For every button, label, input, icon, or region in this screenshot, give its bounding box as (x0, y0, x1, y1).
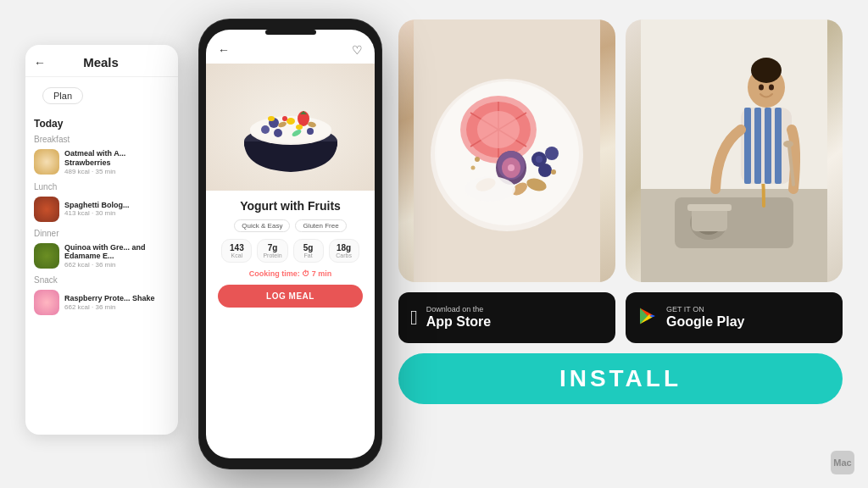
app-screen-background: ← Meals Plan Today Breakfast Oatmeal wit… (25, 45, 178, 435)
store-buttons-row:  Download on the App Store GET IT O (398, 292, 843, 343)
svg-point-6 (274, 129, 282, 137)
nutrition-kcal: 143 Kcal (221, 239, 252, 263)
breakfast-meta: 489 kcal · 35 min (64, 168, 170, 175)
svg-point-28 (508, 164, 515, 171)
snack-category: Snack (25, 272, 178, 286)
phone-heart-icon[interactable]: ♡ (352, 43, 363, 57)
mac-watermark: Mac (831, 451, 854, 474)
tag-gluten-free: Gluten Free (295, 219, 346, 232)
nutrition-protein: 7g Protein (257, 239, 287, 263)
today-label: Today (25, 114, 178, 131)
svg-point-49 (751, 58, 782, 83)
svg-rect-53 (765, 108, 771, 184)
svg-point-37 (475, 157, 480, 162)
right-section:  Download on the App Store GET IT O (398, 19, 843, 469)
log-meal-button[interactable]: LOG MEAL (218, 285, 363, 308)
nutrition-grid: 143 Kcal 7g Protein 5g Fat (218, 239, 363, 263)
svg-point-31 (538, 164, 552, 177)
main-phone: ← ♡ (199, 19, 381, 469)
snack-meta: 662 kcal · 36 min (64, 303, 170, 311)
breakfast-thumb (34, 149, 59, 175)
install-button[interactable]: INSTALL (398, 353, 843, 404)
cooking-time-value: ⏱ 7 min (302, 269, 331, 278)
snack-name: Raspberry Prote... Shake (64, 294, 170, 303)
bowl-illustration (236, 72, 346, 182)
svg-point-13 (282, 116, 287, 121)
lunch-item[interactable]: Spaghetti Bolog... 413 kcal · 30 min (25, 193, 178, 225)
svg-point-5 (261, 125, 270, 134)
nutrition-carbs: 18g Carbs (329, 239, 359, 263)
images-row (398, 19, 843, 282)
svg-point-58 (769, 85, 774, 91)
phone-screen: ← ♡ (206, 30, 375, 458)
phone-frame: ← ♡ (199, 19, 381, 469)
svg-point-38 (471, 166, 476, 170)
svg-point-39 (551, 169, 556, 175)
svg-point-15 (268, 116, 275, 121)
svg-rect-54 (775, 108, 782, 184)
app-store-sub: Download on the (426, 306, 491, 313)
apple-icon:  (410, 306, 418, 330)
breakfast-item[interactable]: Oatmeal with A... Strawberries 489 kcal … (25, 146, 178, 179)
breakfast-name: Oatmeal with A... Strawberries (64, 149, 170, 168)
recipe-tags: Quick & Easy Gluten Free (218, 219, 363, 232)
install-text: INSTALL (559, 365, 682, 391)
food-bowl-photo (398, 19, 615, 282)
phone-section: ← Meals Plan Today Breakfast Oatmeal wit… (25, 19, 381, 469)
lunch-name: Spaghetti Bolog... (64, 201, 170, 210)
recipe-title: Yogurt with Fruits (218, 199, 363, 213)
svg-rect-52 (754, 108, 761, 184)
svg-point-24 (477, 111, 520, 148)
svg-point-14 (307, 128, 314, 135)
dinner-thumb (34, 243, 59, 269)
app-store-name: App Store (426, 313, 491, 330)
svg-point-36 (465, 176, 515, 202)
screen-header: ← Meals (25, 45, 178, 77)
svg-rect-51 (744, 108, 751, 184)
food-image (206, 64, 375, 191)
svg-point-9 (296, 125, 303, 130)
screen-title: Meals (83, 55, 119, 69)
dinner-item[interactable]: Quinoa with Gre... and Edamame E... 662 … (25, 240, 178, 273)
dinner-category: Dinner (25, 225, 178, 240)
phone-back-icon[interactable]: ← (218, 43, 230, 57)
lunch-thumb (34, 197, 59, 222)
phone-content: Yogurt with Fruits Quick & Easy Gluten F… (206, 191, 375, 458)
nutrition-fat: 5g Fat (293, 239, 324, 263)
google-play-sub: GET IT ON (666, 306, 744, 313)
plan-button[interactable]: Plan (42, 87, 83, 104)
lunch-category: Lunch (25, 179, 178, 193)
main-container: ← Meals Plan Today Breakfast Oatmeal wit… (0, 0, 868, 488)
google-play-icon (637, 306, 658, 330)
tag-quick-easy: Quick & Easy (234, 219, 290, 232)
google-play-button[interactable]: GET IT ON Google Play (626, 292, 843, 343)
dinner-name: Quinoa with Gre... and Edamame E... (64, 243, 170, 262)
svg-point-32 (536, 156, 542, 163)
google-play-name: Google Play (666, 313, 744, 330)
lunch-meta: 413 kcal · 30 min (64, 209, 170, 217)
bowl-photo-svg (398, 19, 615, 282)
svg-rect-47 (687, 204, 732, 211)
svg-point-8 (287, 118, 295, 125)
dinner-meta: 662 kcal · 36 min (64, 261, 170, 269)
app-store-button[interactable]:  Download on the App Store (398, 292, 615, 343)
cooking-time: Cooking time: ⏱ 7 min (218, 269, 363, 278)
kitchen-photo (626, 19, 843, 282)
kitchen-photo-svg (626, 19, 843, 282)
svg-point-57 (759, 85, 764, 91)
svg-point-30 (545, 147, 559, 160)
phone-notch (265, 30, 316, 35)
phone-top-bar: ← ♡ (206, 30, 375, 64)
breakfast-category: Breakfast (25, 131, 178, 146)
snack-thumb (34, 290, 59, 315)
svg-point-56 (783, 141, 793, 147)
snack-item[interactable]: Raspberry Prote... Shake 662 kcal · 36 m… (25, 286, 178, 319)
back-arrow-bg[interactable]: ← (34, 56, 46, 69)
